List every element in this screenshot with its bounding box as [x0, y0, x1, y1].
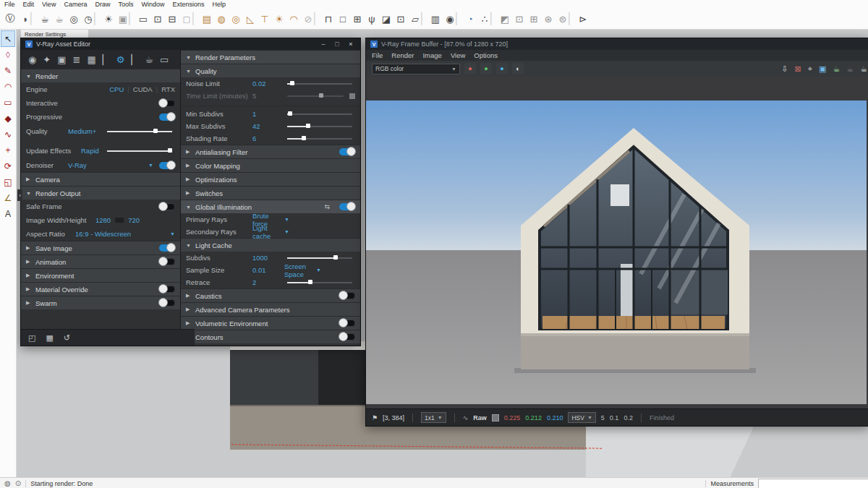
gi-toggle[interactable]	[339, 203, 355, 210]
aspect-ratio-value[interactable]: 16:9 - Widescreen	[75, 230, 170, 238]
pano-viewer-icon[interactable]: ⊟	[165, 11, 179, 27]
menu-item[interactable]: Extensions	[172, 1, 204, 8]
min-subdivs-slider[interactable]	[287, 114, 352, 115]
retrace-field[interactable]: 2	[252, 278, 284, 286]
re-diffuse-icon[interactable]: ◩	[498, 11, 512, 27]
swarm-toggle[interactable]	[159, 299, 175, 307]
fb-menu-item[interactable]: Render	[391, 51, 414, 59]
section-switches[interactable]: ▶ Switches	[181, 186, 360, 200]
section-volumetric[interactable]: ▶ Volumetric Environment	[181, 316, 360, 330]
quality-slider[interactable]	[107, 131, 172, 132]
ies-light-icon[interactable]: ⊤	[258, 11, 272, 27]
proxy-import-icon[interactable]: □	[336, 11, 350, 27]
volumetric-toggle[interactable]	[339, 320, 355, 327]
section-swarm[interactable]: ▶ Swarm	[21, 296, 180, 309]
contours-toggle[interactable]	[339, 333, 355, 341]
vfb-history-icon[interactable]: ⊡	[150, 11, 165, 27]
re-refraction-icon[interactable]: ⊞	[527, 11, 541, 27]
section-save-image[interactable]: ▶ Save Image	[21, 241, 180, 254]
save-image-icon[interactable]: ⇩	[781, 64, 788, 74]
visibility-icon[interactable]: ◉	[443, 11, 457, 27]
region-render-icon[interactable]: ▣	[116, 11, 130, 27]
quality-value[interactable]: Medium+	[68, 127, 104, 135]
sphere-light-icon[interactable]: ◍	[214, 11, 229, 27]
render-icon[interactable]: ☕	[860, 64, 867, 74]
panel-collapse-arrow[interactable]: ‹	[17, 189, 22, 201]
minimize-button[interactable]: –	[318, 40, 328, 48]
shading-rate-slider[interactable]	[287, 138, 352, 140]
decal-icon[interactable]: ⊡	[393, 11, 408, 27]
noise-limit-field[interactable]: 0.02	[252, 80, 284, 87]
clipper-icon[interactable]: ◪	[379, 11, 393, 27]
geolocation-icon[interactable]: ◍	[4, 479, 11, 487]
engine-option-rtx[interactable]: RTX	[161, 85, 175, 93]
text-tool-icon[interactable]: A	[1, 206, 14, 221]
section-advanced-camera[interactable]: ▶ Advanced Camera Parameters	[181, 302, 360, 316]
noise-limit-slider[interactable]	[287, 83, 352, 85]
blue-channel-icon[interactable]: ●	[496, 63, 508, 74]
scatter-icon[interactable]: ∴	[477, 11, 492, 27]
time-limit-slider[interactable]	[287, 95, 344, 97]
render-rt-icon[interactable]: ☕	[52, 11, 67, 27]
interactive-render-icon[interactable]: ☕	[846, 64, 854, 74]
chevron-down-icon[interactable]: ▼	[284, 229, 289, 234]
rotate-tool-icon[interactable]: ⟳	[1, 158, 14, 174]
section-camera[interactable]: ▶ Camera	[21, 172, 180, 186]
section-contours[interactable]: ▶ Contours	[181, 330, 360, 343]
menu-item[interactable]: Draw	[95, 1, 110, 8]
render-elements-icon[interactable]: ≣	[73, 54, 81, 65]
safe-frame-toggle[interactable]	[159, 203, 175, 210]
section-environment[interactable]: ▶ Environment	[21, 268, 180, 282]
frame-buffer-icon[interactable]: ▭	[136, 11, 150, 27]
fb-menu-item[interactable]: Options	[474, 51, 498, 59]
section-render[interactable]: ▼ Render	[21, 69, 180, 82]
image-width-field[interactable]: 1280	[95, 216, 111, 224]
section-color-mapping[interactable]: ▶ Color Mapping	[181, 158, 360, 172]
chevron-down-icon[interactable]: ▼	[316, 267, 321, 273]
section-caustics[interactable]: ▶ Caustics	[181, 288, 360, 302]
material-override-toggle[interactable]	[159, 286, 175, 293]
denoiser-toggle[interactable]	[159, 162, 175, 169]
section-material-override[interactable]: ▶ Material Override	[21, 282, 180, 296]
geometry-icon[interactable]: ▣	[57, 54, 66, 65]
time-limit-checkbox[interactable]	[349, 93, 355, 99]
tape-measure-tool-icon[interactable]: ∠	[1, 190, 14, 205]
vray-logo-icon[interactable]: Ⓥ	[3, 11, 17, 27]
infinite-plane-icon[interactable]: ⊓	[321, 11, 336, 27]
section-animation[interactable]: ▶ Animation	[21, 254, 180, 268]
menu-item[interactable]: Edit	[23, 1, 35, 8]
red-channel-icon[interactable]: ●	[464, 63, 476, 74]
update-effects-slider[interactable]	[107, 150, 172, 152]
menu-item[interactable]: File	[4, 1, 15, 8]
vfb-settings-icon[interactable]: ▣	[819, 64, 826, 74]
retrace-slider[interactable]	[287, 282, 352, 283]
time-limit-field[interactable]: 5	[252, 92, 284, 100]
arc-tool-icon[interactable]: ◠	[1, 79, 14, 94]
menu-item[interactable]: Window	[141, 1, 164, 8]
engine-option-cuda[interactable]: CUDA	[133, 85, 153, 93]
lc-subdivs-slider[interactable]	[287, 257, 352, 259]
section-optimizations[interactable]: ▶ Optimizations	[181, 172, 360, 186]
raw-checkbox[interactable]	[492, 414, 499, 421]
color-curve-icon[interactable]: ∿	[463, 414, 469, 421]
menu-item[interactable]: Help	[212, 1, 226, 8]
materials-icon[interactable]: ◉	[28, 54, 36, 65]
mesh-export-icon[interactable]: ▱	[408, 11, 422, 27]
cosmos-browser-icon[interactable]: ◔	[463, 11, 477, 27]
proxy-export-icon[interactable]: ⊞	[350, 11, 365, 27]
section-quality[interactable]: ▼ Quality	[181, 64, 360, 77]
gi-settings-icon[interactable]: ⇆	[324, 203, 330, 210]
max-subdivs-slider[interactable]	[287, 126, 352, 127]
eraser-tool-icon[interactable]: ◊	[1, 47, 14, 62]
frame-buffer-icon[interactable]: ▭	[160, 54, 169, 65]
section-render-parameters[interactable]: ▼ Render Parameters	[181, 50, 360, 64]
lights-icon[interactable]: ✦	[43, 54, 51, 65]
shading-rate-field[interactable]: 6	[252, 134, 284, 142]
engine-option-cpu[interactable]: CPU	[109, 85, 124, 93]
interactive-render-icon[interactable]: ☀	[101, 11, 116, 27]
color-mode-dropdown[interactable]: HSV ▼	[568, 412, 595, 423]
render-icon[interactable]: ☕	[38, 11, 52, 27]
clear-image-icon[interactable]: ⊠	[795, 64, 801, 74]
rectangle-tool-icon[interactable]: ▭	[1, 95, 14, 110]
mono-channel-icon[interactable]: ◐	[512, 63, 524, 74]
